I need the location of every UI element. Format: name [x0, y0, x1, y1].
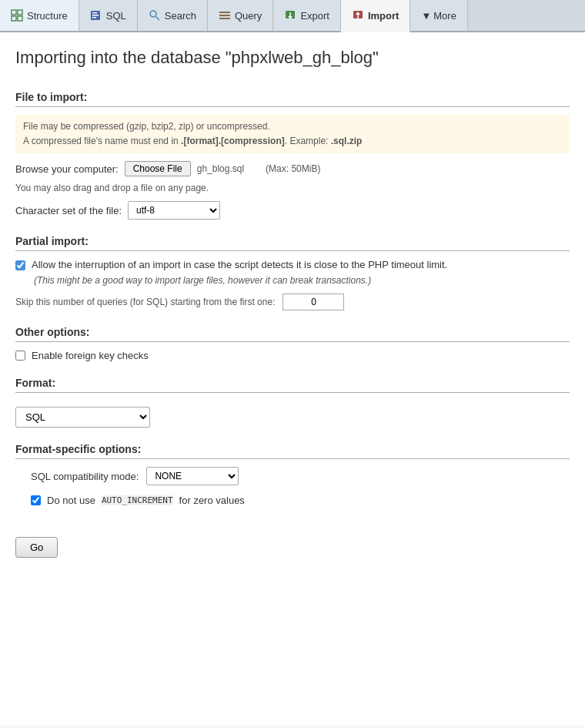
foreign-key-checkbox[interactable] — [15, 351, 25, 361]
svg-rect-3 — [18, 16, 22, 21]
tab-search-label: Search — [165, 10, 196, 22]
italic-note: (This might be a good way to import larg… — [34, 275, 570, 286]
svg-rect-5 — [92, 12, 97, 14]
other-options-section: Other options: Enable foreign key checks — [15, 326, 570, 361]
tab-query-label: Query — [235, 10, 262, 22]
go-button[interactable]: Go — [15, 537, 58, 558]
svg-rect-6 — [92, 15, 99, 16]
format-specific-section: Format-specific options: SQL compatibili… — [15, 443, 570, 506]
format-specific-inner: SQL compatibility mode: NONE ANSI DB2 MA… — [15, 467, 570, 506]
partial-import-header: Partial import: — [15, 235, 570, 251]
format-select[interactable]: SQL CSV CSV using LOAD DATA ODS OpenDocu… — [15, 407, 150, 428]
format-section: Format: SQL CSV CSV using LOAD DATA ODS … — [15, 377, 570, 428]
allow-interrupt-checkbox[interactable] — [15, 260, 25, 270]
partial-import-section: Partial import: Allow the interruption o… — [15, 235, 570, 310]
foreign-key-label: Enable foreign key checks — [32, 350, 149, 361]
tab-search[interactable]: Search — [138, 0, 208, 31]
compat-mode-select[interactable]: NONE ANSI DB2 MAXDB MYSQL323 MYSQL40 MSS… — [146, 467, 239, 485]
charset-select[interactable]: utf-8 utf-16 latin1 ascii — [128, 201, 220, 220]
skip-input[interactable]: 0 — [282, 294, 344, 310]
tab-structure-label: Structure — [27, 10, 68, 22]
svg-line-9 — [155, 17, 159, 21]
compat-mode-row: SQL compatibility mode: NONE ANSI DB2 MA… — [31, 467, 570, 485]
tab-export[interactable]: Export — [273, 0, 341, 31]
charset-label: Character set of the file: — [15, 205, 122, 216]
svg-point-8 — [150, 11, 156, 17]
auto-increment-code: AUTO_INCREMENT — [102, 495, 173, 505]
svg-rect-2 — [12, 16, 16, 21]
info-format-code: .[format].[compression] — [181, 136, 285, 146]
tab-more[interactable]: ▼ More — [410, 0, 468, 31]
main-content: Importing into the database "phpxlweb_gh… — [0, 32, 585, 726]
auto-increment-checkbox[interactable] — [31, 495, 41, 505]
tab-sql-label: SQL — [106, 10, 126, 22]
compat-mode-label: SQL compatibility mode: — [31, 471, 139, 482]
file-import-section: File to import: File may be compressed (… — [15, 91, 570, 220]
format-header: Format: — [15, 377, 570, 393]
svg-rect-0 — [12, 10, 16, 15]
info-example-code: .sql.zip — [331, 136, 363, 146]
info-line1: File may be compressed (gzip, bzip2, zip… — [23, 121, 270, 132]
tab-more-label: More — [433, 10, 456, 22]
browse-label: Browse your computer: — [15, 163, 119, 175]
svg-rect-1 — [18, 10, 22, 15]
svg-rect-12 — [219, 18, 230, 19]
file-import-info: File may be compressed (gzip, bzip2, zip… — [15, 115, 570, 153]
info-line2-suffix: . Example: — [285, 136, 331, 146]
auto-inc-label-after: for zero values — [179, 495, 245, 506]
tab-query[interactable]: Query — [208, 0, 273, 31]
info-line2-prefix: A compressed file's name must end in — [23, 136, 181, 146]
tab-sql[interactable]: SQL — [79, 0, 138, 31]
foreign-key-row: Enable foreign key checks — [15, 350, 570, 361]
svg-rect-10 — [219, 12, 230, 13]
allow-interrupt-label: Allow the interruption of an import in c… — [32, 259, 447, 270]
allow-interrupt-row: Allow the interruption of an import in c… — [15, 259, 570, 270]
format-specific-header: Format-specific options: — [15, 443, 570, 459]
svg-rect-7 — [92, 17, 96, 18]
tab-import-label: Import — [368, 10, 399, 22]
tab-structure[interactable]: Structure — [0, 0, 79, 31]
more-arrow-icon: ▼ — [421, 10, 431, 22]
max-size-label: (Max: 50MiB) — [266, 163, 320, 174]
file-name-display: gh_blog.sql — [197, 163, 244, 174]
svg-rect-11 — [219, 15, 230, 16]
file-import-header: File to import: — [15, 91, 570, 107]
page-title: Importing into the database "phpxlweb_gh… — [15, 48, 570, 72]
auto-increment-row: Do not use AUTO_INCREMENT for zero value… — [31, 495, 570, 506]
browse-row: Browse your computer: Choose File gh_blo… — [15, 161, 570, 176]
auto-inc-label-before: Do not use — [47, 495, 95, 506]
skip-row: Skip this number of queries (for SQL) st… — [15, 294, 570, 310]
skip-label: Skip this number of queries (for SQL) st… — [15, 297, 275, 307]
charset-row: Character set of the file: utf-8 utf-16 … — [15, 201, 570, 220]
other-options-header: Other options: — [15, 326, 570, 342]
tab-bar: Structure SQL Search Query Export — [0, 0, 585, 32]
drag-drop-text: You may also drag and drop a file on any… — [15, 183, 570, 193]
tab-import[interactable]: Import — [341, 0, 410, 32]
tab-export-label: Export — [300, 10, 329, 22]
choose-file-button[interactable]: Choose File — [125, 161, 191, 176]
